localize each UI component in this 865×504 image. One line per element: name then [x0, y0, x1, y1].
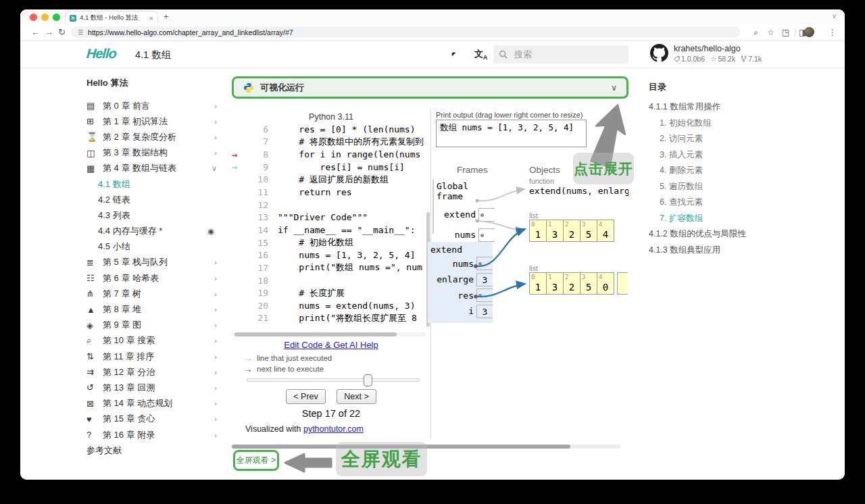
- cell-index: 1: [548, 221, 551, 228]
- pythontutor-link[interactable]: pythontutor.com: [303, 424, 364, 434]
- sidebar-item[interactable]: ◫ 第 3 章 数据结构 ›: [86, 145, 218, 161]
- forward-button[interactable]: →: [45, 27, 53, 37]
- traffic-light-close[interactable]: [30, 14, 37, 21]
- frame-variable: enlarge 3: [430, 272, 493, 286]
- sidebar-item[interactable]: ? 第 16 章 附录 ›: [86, 427, 218, 443]
- line-number: 17: [248, 263, 268, 273]
- toc-item[interactable]: 4. 删除元素: [649, 165, 811, 181]
- new-badge-icon: ◉: [207, 227, 214, 236]
- step-slider-track[interactable]: [247, 378, 420, 382]
- sidebar-item[interactable]: 4.5 小结: [86, 239, 218, 255]
- step-slider-thumb[interactable]: [364, 374, 372, 386]
- frame-variable: extend: [437, 207, 495, 222]
- sidebar-item[interactable]: ☷ 第 6 章 哈希表 ›: [86, 270, 218, 286]
- search-input[interactable]: [513, 49, 614, 60]
- new-tab-button[interactable]: +: [164, 11, 169, 22]
- chapter-icon: ≣: [86, 257, 103, 268]
- extensions-icon[interactable]: ◳: [782, 28, 789, 37]
- sidebar-item[interactable]: 4.4 内存与缓存 * ◉: [86, 224, 218, 239]
- sidebar-item[interactable]: ⇉ 第 12 章 分治 ›: [86, 364, 218, 380]
- function-type-label: function: [529, 177, 554, 185]
- variable-value-cell: 3: [476, 273, 493, 286]
- sidebar-item[interactable]: ⇅ 第 11 章 排序 ›: [86, 349, 218, 364]
- site-logo[interactable]: Hello: [86, 46, 117, 61]
- toc-item[interactable]: 3. 插入元素: [649, 149, 811, 166]
- toc-item[interactable]: 6. 查找元素: [649, 197, 811, 213]
- chevron-right-icon: ∨: [212, 164, 218, 173]
- variable-value-cell: 3: [476, 305, 493, 318]
- prev-button[interactable]: < Prev: [286, 389, 325, 404]
- sidebar-item[interactable]: ♥ 第 15 章 贪心 ›: [86, 411, 218, 427]
- url-bar[interactable]: ☰ https://www.hello-algo.com/chapter_arr…: [71, 26, 740, 38]
- variable-name: extend: [444, 209, 476, 220]
- divider: [795, 28, 795, 36]
- cell-value: 1: [530, 229, 546, 240]
- bookmark-star-icon[interactable]: ☆: [767, 28, 774, 37]
- list-cell: 0 1: [529, 220, 547, 242]
- chevron-right-icon: ›: [214, 133, 218, 141]
- sidebar-item-label: 第 16 章 附录: [103, 429, 212, 441]
- code-text: nums = [1, 3, 2, 5, 4]: [268, 250, 416, 260]
- next-button[interactable]: Next >: [337, 389, 376, 404]
- site-header: Hello 4.1 数组 ◐ 文A krahets/hello-algo 1.0…: [20, 41, 845, 68]
- code-text: print("将数组长度扩展至 8: [268, 312, 417, 324]
- sidebar-item[interactable]: 4.1 数组: [86, 176, 218, 192]
- sidebar-item[interactable]: 4.3 列表: [86, 207, 218, 223]
- site-info-icon[interactable]: ☰: [78, 29, 83, 36]
- traffic-light-maximize[interactable]: [53, 14, 60, 21]
- step-indicator: Step 17 of 22: [232, 408, 430, 419]
- cell-value: 5: [580, 229, 597, 240]
- sidebar-item[interactable]: ⋔ 第 7 章 树 ›: [86, 286, 218, 301]
- search-box[interactable]: [493, 45, 628, 64]
- browser-tab[interactable]: h 4.1 数组 - Hello 算法 ×: [65, 11, 158, 24]
- code-text: # 将原数组中的所有元素复制到: [268, 136, 424, 148]
- translate-icon[interactable]: 文A: [474, 48, 488, 61]
- toc-item[interactable]: 4.1.1 数组常用操作: [649, 101, 811, 118]
- traffic-light-minimize[interactable]: [41, 14, 49, 21]
- visual-run-panel-header[interactable]: 可视化运行 ∨: [232, 76, 628, 99]
- zoom-search-icon[interactable]: ⌕: [753, 28, 758, 37]
- execution-arrow: [232, 150, 248, 159]
- tab-close-icon[interactable]: ×: [149, 14, 153, 22]
- toc-item[interactable]: 5. 遍历数组: [649, 181, 811, 197]
- toc-item-label: 4.1.2 数组的优点与局限性: [649, 229, 746, 238]
- variable-name: enlarge: [437, 274, 474, 284]
- print-output-textarea[interactable]: 数组 nums = [1, 3, 2, 5, 4]: [436, 120, 587, 147]
- code-text: nums = extend(nums, 3): [268, 301, 416, 311]
- sidebar-item[interactable]: ▲ 第 8 章 堆 ›: [86, 301, 218, 317]
- sidebar-item[interactable]: ↺ 第 13 章 回溯 ›: [86, 380, 218, 395]
- variable-name: res: [458, 291, 474, 301]
- sidebar-item[interactable]: 4.2 链表: [86, 192, 218, 207]
- back-button[interactable]: ←: [31, 27, 40, 37]
- reload-button[interactable]: ↻: [58, 27, 66, 37]
- toc-item[interactable]: 4.1.3 数组典型应用: [649, 245, 811, 261]
- theme-toggle-icon[interactable]: ◐: [448, 47, 460, 59]
- sidebar-item[interactable]: ▤ 第 0 章 前言 ›: [86, 98, 218, 114]
- sidebar-item[interactable]: ▦ 第 4 章 数组与链表 ∨: [86, 161, 218, 176]
- scrollbar-thumb[interactable]: [234, 332, 397, 336]
- fullscreen-link[interactable]: 全屏观看 >: [233, 450, 279, 471]
- sidebar-item[interactable]: ⊠ 第 14 章 动态规划 ›: [86, 396, 218, 411]
- toc-item[interactable]: 4.1.2 数组的优点与局限性: [649, 228, 811, 245]
- line-number: 8: [248, 149, 268, 159]
- toc-item[interactable]: 2. 访问元素: [649, 133, 811, 149]
- sidebar-item[interactable]: ⌛ 第 2 章 复杂度分析 ›: [86, 129, 218, 145]
- cell-index: 0: [531, 221, 535, 228]
- edit-code-link[interactable]: Edit Code & Get AI Help: [284, 340, 378, 350]
- toc-item[interactable]: 1. 初始化数组: [649, 118, 811, 134]
- profile-avatar[interactable]: [804, 27, 814, 37]
- sidebar-item[interactable]: ≣ 第 5 章 栈与队列 ›: [86, 255, 218, 270]
- chevron-down-icon[interactable]: ∨: [832, 12, 837, 20]
- cell-index: 4: [599, 221, 602, 228]
- toc-item[interactable]: 7. 扩容数组: [649, 213, 811, 229]
- sidebar-item[interactable]: 参考文献: [86, 443, 218, 458]
- code-horizontal-scrollbar[interactable]: [232, 332, 426, 336]
- sidebar-item[interactable]: ⊞ 第 1 章 初识算法 ›: [86, 114, 218, 129]
- repo-card[interactable]: krahets/hello-algo 1.0.0b6 ☆58.2k 7.1k: [650, 44, 785, 63]
- cell-index: 1: [548, 274, 551, 280]
- cell-index: 2: [565, 274, 568, 280]
- sidebar-item[interactable]: ⌕ 第 10 章 搜索 ›: [86, 333, 218, 349]
- sidebar-item[interactable]: ◈ 第 9 章 图 ›: [86, 318, 218, 333]
- menu-kebab-icon[interactable]: ⋮: [829, 28, 837, 37]
- chevron-right-icon: ›: [214, 368, 218, 376]
